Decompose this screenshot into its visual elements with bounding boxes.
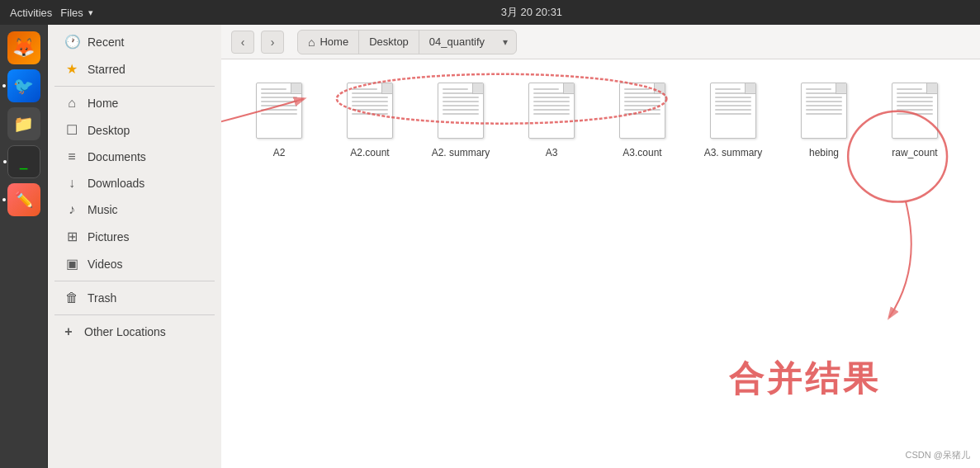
sidebar-item-trash[interactable]: 🗑 Trash [51, 285, 218, 311]
sidebar-label-videos: Videos [88, 258, 123, 271]
dropdown-icon: ▾ [503, 36, 508, 48]
sidebar-label-home: Home [88, 97, 118, 110]
topbar-datetime: 3月 20 20:31 [501, 5, 562, 20]
dock-firefox[interactable]: 🦊 [7, 31, 40, 64]
dock-thunderbird[interactable]: 🐦 [7, 69, 40, 102]
breadcrumb-dropdown[interactable]: ▾ [495, 30, 516, 54]
sidebar: 🕐 Recent ★ Starred ⌂ Home ☐ Desktop ≡ Do… [48, 25, 221, 468]
dock-files[interactable]: 📁 [7, 107, 40, 140]
firefox-icon: 🦊 [12, 37, 35, 59]
sidebar-label-other-locations: Other Locations [84, 325, 166, 338]
activities-button[interactable]: Activities [10, 7, 52, 19]
file-name: A2.count [350, 147, 389, 160]
desktop-icon: ☐ [64, 122, 79, 138]
content-area: ‹ › ⌂ Home Desktop 04_quantify ▾ [221, 25, 980, 468]
topbar: Activities Files ▾ 3月 20 20:31 [0, 0, 980, 25]
file-icon [707, 83, 760, 142]
breadcrumb-current-label: 04_quantify [429, 35, 485, 48]
other-locations-icon: + [61, 324, 76, 339]
file-item[interactable]: A2 [238, 76, 320, 167]
file-name: A2. summary [432, 147, 490, 160]
file-item[interactable]: A3 [510, 76, 593, 167]
pictures-icon: ⊞ [64, 229, 79, 244]
sidebar-item-desktop[interactable]: ☐ Desktop [51, 116, 218, 144]
sidebar-separator-1 [54, 86, 215, 87]
sidebar-label-pictures: Pictures [88, 230, 130, 243]
file-grid: A2A2.countA2. summaryA3A3.countA3. summa… [221, 59, 980, 468]
sidebar-item-starred[interactable]: ★ Starred [51, 55, 218, 83]
breadcrumb-home-label: Home [320, 35, 348, 48]
breadcrumb-home[interactable]: ⌂ Home [298, 30, 359, 54]
topbar-left: Activities Files ▾ [10, 7, 93, 19]
main-container: 🦊 🐦 📁 _ ✏️ 🕐 Recent ★ Starred ⌂ [0, 25, 980, 468]
sidebar-item-home[interactable]: ⌂ Home [51, 90, 218, 116]
sidebar-separator-3 [54, 314, 215, 315]
sidebar-label-desktop: Desktop [88, 124, 130, 137]
breadcrumb-desktop-label: Desktop [369, 35, 409, 48]
file-icon [888, 83, 941, 142]
dock: 🦊 🐦 📁 _ ✏️ [0, 25, 48, 468]
forward-button[interactable]: › [261, 31, 284, 54]
dock-editor[interactable]: ✏️ [7, 183, 40, 216]
file-item[interactable]: raw_count [873, 76, 956, 167]
back-icon: ‹ [241, 35, 245, 49]
file-item[interactable]: A3. summary [692, 76, 774, 167]
file-name: A3. summary [704, 147, 763, 160]
terminal-icon: _ [20, 154, 28, 170]
videos-icon: ▣ [64, 256, 79, 272]
file-icon [616, 83, 669, 142]
sidebar-item-music[interactable]: ♪ Music [51, 196, 218, 223]
sidebar-label-downloads: Downloads [88, 177, 144, 190]
sidebar-item-other-locations[interactable]: + Other Locations [48, 319, 221, 345]
files-menu[interactable]: Files ▾ [60, 7, 92, 19]
sidebar-label-trash: Trash [88, 291, 116, 305]
file-icon [343, 83, 396, 142]
files-menu-icon: ▾ [88, 7, 93, 18]
file-item[interactable]: A3.count [601, 76, 684, 167]
breadcrumb-home-icon: ⌂ [308, 35, 315, 49]
starred-icon: ★ [64, 61, 79, 77]
file-name: A3 [546, 147, 558, 160]
forward-icon: › [271, 35, 275, 49]
music-icon: ♪ [64, 202, 79, 217]
toolbar: ‹ › ⌂ Home Desktop 04_quantify ▾ [221, 25, 980, 59]
breadcrumb: ⌂ Home Desktop 04_quantify ▾ [297, 30, 517, 54]
dock-terminal[interactable]: _ [7, 145, 40, 178]
file-item[interactable]: A2. summary [419, 76, 502, 167]
recent-icon: 🕐 [64, 34, 79, 50]
file-name: hebing [809, 147, 839, 160]
file-icon [434, 83, 487, 142]
dock-dot-editor [2, 198, 6, 201]
csdn-watermark: CSDN @呆猪儿 [906, 449, 970, 461]
sidebar-label-starred: Starred [88, 63, 125, 76]
file-item[interactable]: hebing [783, 76, 865, 167]
dock-dot-thunderbird [2, 84, 6, 87]
sidebar-item-recent[interactable]: 🕐 Recent [51, 28, 218, 55]
trash-icon: 🗑 [64, 291, 79, 305]
dock-dot-terminal [3, 160, 7, 163]
files-icon: 📁 [13, 114, 34, 134]
breadcrumb-desktop[interactable]: Desktop [359, 30, 419, 54]
sidebar-item-downloads[interactable]: ↓ Downloads [51, 170, 218, 196]
sidebar-item-documents[interactable]: ≡ Documents [51, 144, 218, 170]
downloads-icon: ↓ [64, 176, 79, 191]
file-icon [525, 83, 578, 142]
sidebar-label-documents: Documents [88, 150, 146, 163]
file-name: A3.count [623, 147, 661, 160]
breadcrumb-current[interactable]: 04_quantify [419, 30, 495, 54]
sidebar-separator-2 [54, 281, 215, 281]
files-label: Files [60, 7, 83, 19]
file-name: A2 [273, 147, 286, 160]
sidebar-label-music: Music [88, 203, 118, 216]
file-icon [798, 83, 850, 142]
home-icon: ⌂ [64, 96, 79, 111]
editor-icon: ✏️ [15, 191, 33, 209]
file-item[interactable]: A2.count [329, 76, 411, 167]
thunderbird-icon: 🐦 [13, 76, 34, 96]
back-button[interactable]: ‹ [231, 31, 254, 54]
sidebar-label-recent: Recent [88, 35, 124, 49]
sidebar-item-videos[interactable]: ▣ Videos [51, 250, 218, 277]
chinese-annotation: 合并结果 [729, 356, 881, 402]
sidebar-item-pictures[interactable]: ⊞ Pictures [51, 223, 218, 250]
documents-icon: ≡ [64, 149, 79, 164]
